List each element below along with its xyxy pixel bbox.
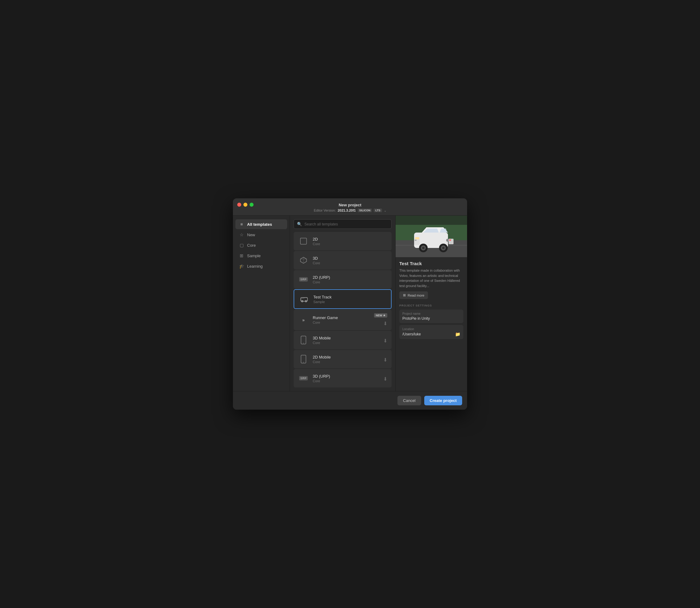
sidebar-item-all-templates[interactable]: ≡ All templates — [235, 219, 287, 229]
template-icon-3d-mobile — [298, 335, 309, 346]
download-icon-3d-urp: ⬇ — [383, 376, 387, 382]
close-button[interactable] — [237, 203, 241, 207]
template-icon-2d-urp: SRP — [298, 274, 309, 285]
window-title: New project — [339, 203, 361, 207]
sidebar-label-all-templates: All templates — [247, 222, 272, 227]
graduation-icon: 🎓 — [239, 264, 244, 269]
read-more-label: Read more — [408, 293, 424, 297]
template-item-2d-mobile[interactable]: 2D Mobile Core ⬇ — [294, 350, 392, 368]
svg-point-7 — [303, 362, 304, 362]
template-info-3d-urp: 3D (URP) Core — [313, 374, 380, 383]
location-value: /Users/luke — [402, 332, 421, 336]
template-info-3d-mobile: 3D Mobile Core — [313, 336, 380, 345]
template-info-runner-game: Runner Game Core — [313, 316, 370, 324]
template-icon-test-track — [299, 293, 310, 305]
template-name-2d: 2D — [313, 237, 387, 242]
sidebar-label-new: New — [247, 232, 255, 237]
svg-rect-24 — [449, 239, 451, 241]
location-label: Location — [402, 327, 460, 331]
location-field[interactable]: Location /Users/luke 📁 — [399, 325, 463, 339]
center-panel: 🔍 2D Core — [290, 215, 396, 391]
template-badges-runner-game: NEW ★ ⬇ — [374, 313, 387, 326]
project-name-label: Project name — [402, 312, 460, 316]
template-icon-runner-game: » — [298, 315, 309, 326]
template-name-runner-game: Runner Game — [313, 316, 370, 320]
minimize-button[interactable] — [243, 203, 247, 207]
main-content: ≡ All templates ☆ New ▢ Core ⊞ Sample 🎓 … — [233, 215, 467, 391]
project-settings-label: PROJECT SETTINGS — [399, 304, 463, 307]
sidebar-item-new[interactable]: ☆ New — [235, 230, 287, 240]
sidebar: ≡ All templates ☆ New ▢ Core ⊞ Sample 🎓 … — [233, 215, 290, 391]
square-icon: ▢ — [239, 243, 244, 248]
titlebar: New project Editor Version: 2021.3.20f1 … — [233, 198, 467, 215]
svg-point-5 — [303, 343, 304, 343]
main-window: New project Editor Version: 2021.3.20f1 … — [233, 198, 467, 410]
star-icon: ☆ — [239, 232, 244, 237]
template-category-2d: Core — [313, 242, 387, 246]
template-item-2d[interactable]: 2D Core — [294, 232, 392, 250]
template-name-3d-urp: 3D (URP) — [313, 374, 380, 379]
template-item-runner-game[interactable]: » Runner Game Core NEW ★ ⬇ — [294, 309, 392, 330]
sidebar-label-learning: Learning — [247, 264, 263, 269]
traffic-lights — [237, 203, 253, 207]
template-badges-2d-mobile: ⬇ — [383, 356, 387, 363]
template-item-3d-urp[interactable]: SRP 3D (URP) Core ⬇ — [294, 369, 392, 387]
template-category-test-track: Sample — [313, 300, 387, 304]
template-badges-3d-mobile: ⬇ — [383, 337, 387, 344]
template-list: 2D Core 3D Core — [294, 232, 392, 387]
grid-icon: ⊞ — [239, 253, 244, 258]
maximize-button[interactable] — [249, 203, 253, 207]
download-icon-2d-mobile: ⬇ — [383, 357, 387, 363]
template-item-3d-mobile[interactable]: 3D Mobile Core ⬇ — [294, 331, 392, 349]
template-category-3d: Core — [313, 261, 387, 265]
template-item-3d[interactable]: 3D Core — [294, 251, 392, 269]
template-icon-2d-mobile — [298, 354, 309, 365]
search-icon: 🔍 — [297, 222, 302, 226]
template-name-3d-mobile: 3D Mobile — [313, 336, 380, 340]
version-chevron-icon[interactable]: ⌄ — [384, 209, 386, 212]
footer: Cancel Create project — [233, 391, 467, 410]
sidebar-item-core[interactable]: ▢ Core — [235, 240, 287, 250]
svg-rect-19 — [414, 239, 420, 245]
template-info-test-track: Test Track Sample — [313, 295, 387, 304]
srp-badge-3d-urp: SRP — [299, 376, 308, 380]
create-project-button[interactable]: Create project — [424, 396, 462, 405]
project-name-value-row: ProtoPie in Unity — [402, 316, 460, 321]
svg-rect-20 — [415, 240, 417, 241]
template-name-test-track: Test Track — [313, 295, 387, 299]
search-input[interactable] — [304, 222, 388, 226]
location-value-row: /Users/luke 📁 — [402, 332, 460, 337]
template-icon-3d-urp: SRP — [298, 373, 309, 384]
sidebar-label-sample: Sample — [247, 253, 261, 258]
project-name-field[interactable]: Project name ProtoPie in Unity — [399, 309, 463, 323]
preview-description: This template made in collaboration with… — [399, 268, 463, 288]
template-icon-3d — [298, 255, 309, 266]
lts-badge: LTS — [374, 209, 382, 212]
new-badge-runner-game: NEW ★ — [374, 313, 387, 318]
template-name-2d-urp: 2D (URP) — [313, 275, 387, 280]
sidebar-item-learning[interactable]: 🎓 Learning — [235, 261, 287, 271]
template-category-3d-urp: Core — [313, 379, 380, 383]
svg-rect-21 — [415, 237, 419, 239]
folder-icon[interactable]: 📁 — [455, 332, 460, 337]
list-icon: ≡ — [239, 222, 244, 227]
svg-point-18 — [442, 247, 444, 249]
template-item-2d-urp[interactable]: SRP 2D (URP) Core — [294, 270, 392, 289]
silicon-badge: SILICON — [358, 209, 372, 212]
editor-version-row: Editor Version: 2021.3.20f1 SILICON LTS … — [314, 209, 386, 212]
cancel-button[interactable]: Cancel — [397, 396, 421, 405]
template-info-3d: 3D Core — [313, 256, 387, 265]
sidebar-item-sample[interactable]: ⊞ Sample — [235, 251, 287, 261]
template-badges-3d-urp: ⬇ — [383, 375, 387, 382]
template-category-2d-mobile: Core — [313, 360, 380, 364]
template-icon-2d — [298, 235, 309, 247]
template-info-2d-mobile: 2D Mobile Core — [313, 355, 380, 364]
template-category-runner-game: Core — [313, 321, 370, 324]
right-panel: Test Track This template made in collabo… — [396, 215, 467, 391]
read-more-button[interactable]: ⊞ Read more — [399, 291, 428, 299]
preview-title: Test Track — [399, 261, 463, 266]
template-name-2d-mobile: 2D Mobile — [313, 355, 380, 359]
preview-image — [396, 215, 467, 257]
arrows-icon: » — [302, 318, 305, 322]
template-item-test-track[interactable]: Test Track Sample — [294, 289, 392, 309]
